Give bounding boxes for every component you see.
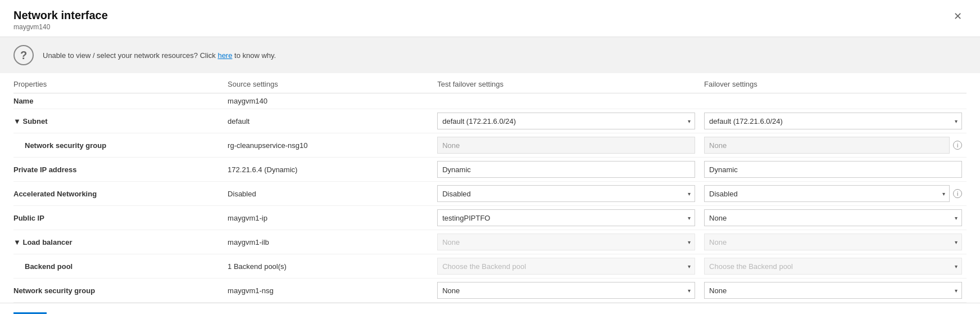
info-icon-failover-cell-accel-net[interactable]: i [953, 189, 962, 198]
table-header-row: Properties Source settings Test failover… [13, 73, 967, 93]
property-cell-backend-pool: Backend pool [13, 254, 223, 279]
banner-text-after: to know why. [232, 51, 276, 60]
col-header-properties: Properties [13, 73, 223, 93]
property-cell-load-balancer: ▼ Load balancer [13, 230, 223, 254]
test-cell-accel-net[interactable]: Disabled▾ [433, 182, 700, 206]
test-cell-nsg2[interactable]: None▾ [433, 279, 700, 303]
source-cell-accel-net: Disabled [223, 182, 433, 206]
question-icon: ? [13, 45, 34, 65]
test-cell-subnet[interactable]: default (172.21.6.0/24)▾ [433, 109, 700, 133]
property-cell-nsg2: Network security group [13, 279, 223, 303]
test-cell-backend-pool-select: Choose the Backend pool [437, 258, 695, 275]
table-row: Private IP address172.21.6.4 (Dynamic) [13, 158, 967, 182]
dialog-title-block: Network interface maygvm140 [13, 9, 108, 31]
source-cell-nsg: rg-cleanupservice-nsg10 [223, 133, 433, 158]
dialog-header: Network interface maygvm140 ✕ [0, 0, 980, 37]
failover-cell-subnet[interactable]: default (172.21.6.0/24)▾ [700, 109, 967, 133]
test-cell-accel-net-select[interactable]: Disabled [437, 185, 695, 202]
table-row: Backend pool1 Backend pool(s)Choose the … [13, 254, 967, 279]
table-container: Properties Source settings Test failover… [0, 73, 980, 303]
test-cell-public-ip-select[interactable]: testingPIPTFO [437, 209, 695, 226]
table-row: Accelerated NetworkingDisabledDisabled▾D… [13, 182, 967, 206]
test-cell-load-balancer[interactable]: None▾ [433, 230, 700, 254]
failover-cell-load-balancer-select: None [704, 234, 962, 250]
table-row: Namemaygvm140 [13, 93, 967, 109]
property-cell-private-ip: Private IP address [13, 158, 223, 182]
failover-cell-accel-net-select[interactable]: Disabled [704, 185, 950, 202]
source-cell-subnet: default [223, 109, 433, 133]
close-button[interactable]: ✕ [949, 9, 967, 24]
info-banner: ? Unable to view / select your network r… [0, 37, 980, 73]
failover-cell-subnet-select[interactable]: default (172.21.6.0/24) [704, 113, 962, 129]
property-cell-accel-net: Accelerated Networking [13, 182, 223, 206]
info-icon-failover-cell-nsg[interactable]: i [953, 141, 962, 150]
test-cell-private-ip-input[interactable] [437, 161, 695, 178]
failover-cell-private-ip[interactable] [700, 158, 967, 182]
dialog-subtitle: maygvm140 [13, 23, 108, 31]
property-cell-name: Name [13, 93, 223, 109]
failover-cell-nsg2-select[interactable]: None [704, 282, 962, 299]
banner-link[interactable]: here [217, 51, 232, 60]
failover-cell-accel-net[interactable]: Disabled▾i [700, 182, 967, 206]
test-cell-private-ip[interactable] [433, 158, 700, 182]
banner-text-before: Unable to view / select your network res… [43, 51, 217, 60]
banner-text: Unable to view / select your network res… [43, 51, 276, 60]
dialog-footer: OK [0, 303, 980, 314]
failover-cell-name [700, 93, 967, 109]
failover-cell-nsg2[interactable]: None▾ [700, 279, 967, 303]
property-cell-subnet: ▼ Subnet [13, 109, 223, 133]
property-cell-public-ip: Public IP [13, 206, 223, 230]
failover-cell-backend-pool[interactable]: Choose the Backend pool▾ [700, 254, 967, 279]
test-cell-nsg [433, 133, 700, 158]
table-row: Public IPmaygvm1-iptestingPIPTFO▾None▾ [13, 206, 967, 230]
source-cell-nsg2: maygvm1-nsg [223, 279, 433, 303]
col-header-test: Test failover settings [433, 73, 700, 93]
property-cell-nsg: Network security group [13, 133, 223, 158]
failover-cell-backend-pool-select: Choose the Backend pool [704, 258, 962, 275]
source-cell-private-ip: 172.21.6.4 (Dynamic) [223, 158, 433, 182]
col-header-failover: Failover settings [700, 73, 967, 93]
table-row: ▼ Load balancermaygvm1-ilbNone▾None▾ [13, 230, 967, 254]
failover-cell-public-ip[interactable]: None▾ [700, 206, 967, 230]
table-row: Network security grouprg-cleanupservice-… [13, 133, 967, 158]
failover-cell-private-ip-input[interactable] [704, 161, 962, 178]
col-header-source: Source settings [223, 73, 433, 93]
test-cell-load-balancer-select: None [437, 234, 695, 250]
test-cell-subnet-select[interactable]: default (172.21.6.0/24) [437, 113, 695, 129]
table-row: ▼ Subnetdefaultdefault (172.21.6.0/24)▾d… [13, 109, 967, 133]
dialog-title: Network interface [13, 9, 108, 22]
test-cell-backend-pool[interactable]: Choose the Backend pool▾ [433, 254, 700, 279]
test-cell-nsg2-select[interactable]: None [437, 282, 695, 299]
table-row: Network security groupmaygvm1-nsgNone▾No… [13, 279, 967, 303]
source-cell-load-balancer: maygvm1-ilb [223, 230, 433, 254]
failover-cell-nsg-input [704, 137, 950, 154]
source-cell-name: maygvm140 [223, 93, 433, 109]
source-cell-public-ip: maygvm1-ip [223, 206, 433, 230]
failover-cell-load-balancer[interactable]: None▾ [700, 230, 967, 254]
failover-cell-public-ip-select[interactable]: None [704, 209, 962, 226]
test-cell-nsg-input [437, 137, 695, 154]
settings-table: Properties Source settings Test failover… [13, 73, 967, 303]
source-cell-backend-pool: 1 Backend pool(s) [223, 254, 433, 279]
failover-cell-nsg: i [700, 133, 967, 158]
test-cell-name [433, 93, 700, 109]
network-interface-dialog: Network interface maygvm140 ✕ ? Unable t… [0, 0, 980, 314]
test-cell-public-ip[interactable]: testingPIPTFO▾ [433, 206, 700, 230]
